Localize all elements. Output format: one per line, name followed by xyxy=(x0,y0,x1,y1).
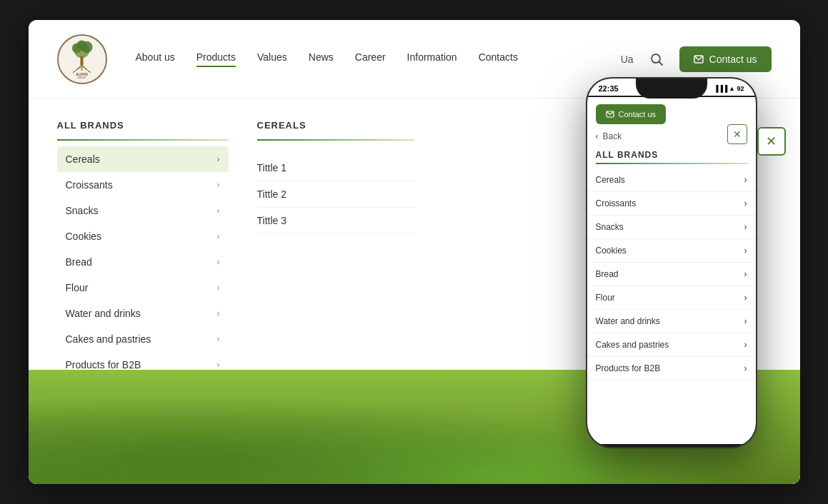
brand-item-snacks[interactable]: Snacks › xyxy=(57,198,229,223)
phone-screen: Contact us ✕ ‹ Back ALL BRANDS Cereals ›… xyxy=(587,97,756,444)
phone-overlay: 22:35 ▐▐▐ ▴ 92 Contact us ✕ ‹ xyxy=(586,77,757,448)
phone-brand-cakes[interactable]: Cakes and pastries › xyxy=(587,333,756,357)
brand-item-cereals[interactable]: Cereals › xyxy=(57,146,229,172)
chevron-right-icon: › xyxy=(217,360,220,370)
logo[interactable]: ALVIVA GROUP xyxy=(57,34,107,84)
wifi-icon: ▴ xyxy=(730,85,734,92)
mega-menu: ALL BRANDS Cereals › Croissants › Snacks… xyxy=(29,99,443,484)
chevron-right-icon: › xyxy=(217,257,220,267)
battery-icon: 92 xyxy=(737,85,744,92)
svg-line-9 xyxy=(86,70,91,73)
phone-time: 22:35 xyxy=(599,84,619,93)
svg-line-6 xyxy=(82,65,87,69)
svg-line-5 xyxy=(77,65,82,69)
brand-item-b2b[interactable]: Products for B2B › xyxy=(57,352,229,378)
chevron-right-icon: › xyxy=(744,246,747,256)
chevron-right-icon: › xyxy=(217,180,220,190)
chevron-right-icon: › xyxy=(744,363,747,373)
search-icon[interactable] xyxy=(645,48,668,71)
chevron-right-icon: › xyxy=(217,206,220,216)
nav-links: About us Products Values News Career Inf… xyxy=(136,51,621,67)
brand-item-bread[interactable]: Bread › xyxy=(57,249,229,275)
phone-brands-divider xyxy=(596,163,747,164)
close-x-button[interactable]: ✕ xyxy=(757,127,786,156)
logo-area: ALVIVA GROUP xyxy=(57,34,107,84)
cereals-column: CEREALS Tittle 1 Tittle 2 Tittle 3 xyxy=(257,120,414,463)
contact-button[interactable]: Contact us xyxy=(679,46,772,72)
phone-brand-cookies[interactable]: Cookies › xyxy=(587,239,756,263)
nav-career[interactable]: Career xyxy=(355,51,386,67)
nav-information[interactable]: Information xyxy=(407,51,457,67)
svg-point-3 xyxy=(77,40,87,50)
language-switcher[interactable]: Ua xyxy=(621,54,634,65)
svg-text:GROUP: GROUP xyxy=(77,76,86,79)
cereal-item-3[interactable]: Tittle 3 xyxy=(257,208,414,234)
chevron-right-icon: › xyxy=(744,198,747,208)
status-icons: ▐▐▐ ▴ 92 xyxy=(714,85,744,92)
chevron-right-icon: › xyxy=(744,175,747,185)
svg-line-13 xyxy=(659,61,662,65)
brand-item-cookies[interactable]: Cookies › xyxy=(57,223,229,249)
chevron-right-icon: › xyxy=(217,231,220,241)
nav-products[interactable]: Products xyxy=(196,51,236,67)
phone-brand-croissants[interactable]: Croissants › xyxy=(587,192,756,216)
phone-brand-bread[interactable]: Bread › xyxy=(587,263,756,286)
nav-contacts[interactable]: Contacts xyxy=(479,51,518,67)
brand-item-flour[interactable]: Flour › xyxy=(57,275,229,301)
svg-rect-4 xyxy=(80,56,83,65)
cereals-divider xyxy=(257,139,414,141)
phone-notch xyxy=(636,79,707,99)
signal-icon: ▐▐▐ xyxy=(714,85,727,92)
back-chevron-icon: ‹ xyxy=(596,131,599,141)
chevron-right-icon: › xyxy=(744,316,747,326)
chevron-right-icon: › xyxy=(217,308,220,318)
brand-item-croissants[interactable]: Croissants › xyxy=(57,172,229,198)
chevron-right-icon: › xyxy=(744,269,747,279)
chevron-right-icon: › xyxy=(217,154,220,164)
brands-title: ALL BRANDS xyxy=(57,120,229,131)
nav-values[interactable]: Values xyxy=(257,51,287,67)
browser-window: ALVIVA GROUP About us Products Values Ne… xyxy=(29,20,800,484)
nav-right: Ua Contact us xyxy=(621,46,772,72)
chevron-right-icon: › xyxy=(217,283,220,293)
brands-divider xyxy=(57,139,229,141)
brand-item-cakes[interactable]: Cakes and pastries › xyxy=(57,326,229,352)
chevron-right-icon: › xyxy=(217,334,220,344)
phone-brand-cereals[interactable]: Cereals › xyxy=(587,168,756,192)
cereal-item-1[interactable]: Tittle 1 xyxy=(257,155,414,181)
phone-brand-b2b[interactable]: Products for B2B › xyxy=(587,357,756,380)
phone-brand-flour[interactable]: Flour › xyxy=(587,286,756,310)
phone-contact-button[interactable]: Contact us xyxy=(596,104,667,124)
nav-about[interactable]: About us xyxy=(136,51,175,67)
svg-text:ALVIVA: ALVIVA xyxy=(76,73,88,76)
brand-item-water[interactable]: Water and drinks › xyxy=(57,301,229,326)
phone-brand-water[interactable]: Water and drinks › xyxy=(587,310,756,333)
svg-line-8 xyxy=(73,70,77,73)
brands-column: ALL BRANDS Cereals › Croissants › Snacks… xyxy=(57,120,229,463)
phone-brands-title: ALL BRANDS xyxy=(587,146,756,163)
nav-news[interactable]: News xyxy=(309,51,334,67)
chevron-right-icon: › xyxy=(744,340,747,350)
chevron-right-icon: › xyxy=(744,293,747,303)
phone-brand-snacks[interactable]: Snacks › xyxy=(587,216,756,239)
chevron-right-icon: › xyxy=(744,222,747,232)
cereal-item-2[interactable]: Tittle 2 xyxy=(257,181,414,208)
main-content: 🌳 ALL BRANDS Cereals › Croissants › Snac… xyxy=(29,99,800,484)
phone-close-button[interactable]: ✕ xyxy=(727,124,747,144)
cereals-title: CEREALS xyxy=(257,120,414,131)
